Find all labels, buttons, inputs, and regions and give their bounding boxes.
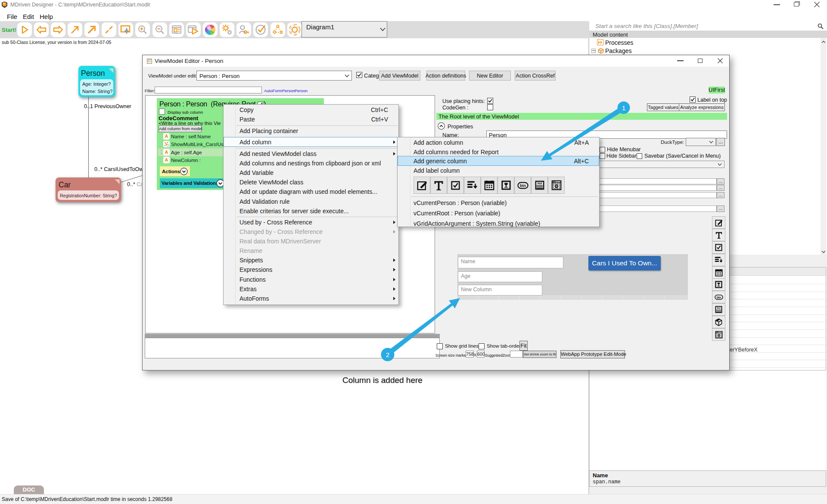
svg-text:1: 1 [622,104,626,112]
svg-text:2: 2 [386,351,390,358]
